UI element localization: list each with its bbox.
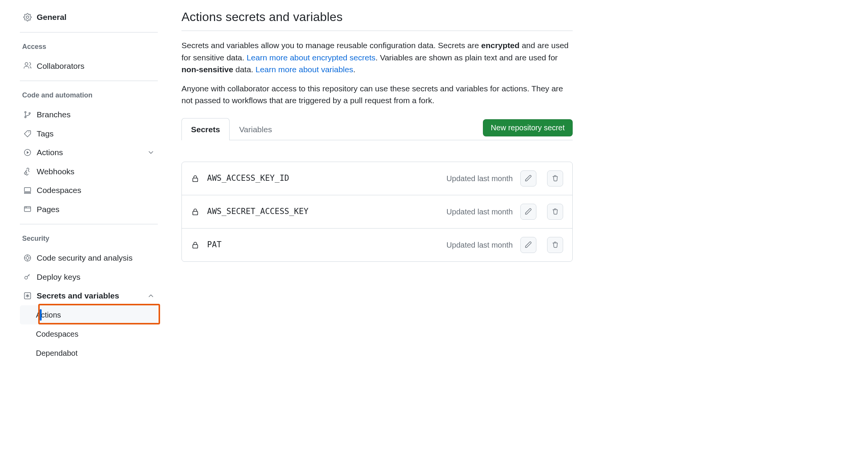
secret-updated: Updated last month: [447, 206, 513, 217]
code-scan-icon: [23, 253, 32, 263]
sidebar-item-label: Branches: [37, 109, 71, 121]
edit-secret-button[interactable]: [520, 204, 536, 220]
trash-icon: [551, 241, 559, 250]
sidebar-item-label: Actions: [36, 309, 61, 321]
divider: [20, 224, 158, 224]
browser-icon: [23, 204, 32, 214]
sidebar-item-secrets-and-variables[interactable]: Secrets and variables: [20, 286, 158, 305]
description-paragraph-1: Secrets and variables allow you to manag…: [181, 39, 573, 76]
sidebar-heading-code: Code and automation: [20, 88, 158, 103]
sidebar-item-label: Collaborators: [37, 60, 84, 72]
sidebar-item-actions[interactable]: Actions: [20, 143, 158, 162]
sidebar-item-label: Code security and analysis: [37, 252, 133, 264]
sidebar-item-branches[interactable]: Branches: [20, 105, 158, 124]
trash-icon: [551, 208, 559, 216]
new-repository-secret-button[interactable]: New repository secret: [483, 119, 573, 136]
lock-icon: [191, 241, 199, 249]
webhook-icon: [23, 167, 32, 176]
sidebar-item-label: Webhooks: [37, 165, 74, 178]
sidebar-item-label: Codespaces: [37, 184, 81, 196]
secret-updated: Updated last month: [447, 239, 513, 251]
secret-name: AWS_SECRET_ACCESS_KEY: [207, 206, 309, 218]
people-icon: [23, 61, 32, 70]
gear-icon: [23, 13, 32, 22]
pencil-icon: [525, 174, 532, 183]
sidebar-heading-access: Access: [20, 39, 158, 54]
sidebar-item-label: Dependabot: [36, 347, 78, 359]
sidebar-subitem-dependabot[interactable]: Dependabot: [20, 344, 158, 363]
sidebar-subitem-codespaces[interactable]: Codespaces: [20, 324, 158, 344]
settings-sidebar: General Access Collaborators Code and au…: [0, 0, 162, 370]
sidebar-item-deploy-keys[interactable]: Deploy keys: [20, 268, 158, 287]
git-branch-icon: [23, 110, 32, 119]
secret-row: PAT Updated last month: [182, 228, 572, 261]
sidebar-item-label: Tags: [37, 128, 53, 140]
link-learn-variables[interactable]: Learn more about variables: [256, 65, 353, 74]
tag-icon: [23, 129, 32, 138]
secret-row: AWS_ACCESS_KEY_ID Updated last month: [182, 162, 572, 195]
lock-icon: [191, 174, 199, 183]
sidebar-item-label: Codespaces: [36, 328, 78, 340]
chevron-down-icon: [147, 149, 155, 156]
sidebar-item-label: Actions: [37, 146, 63, 159]
delete-secret-button[interactable]: [547, 170, 563, 186]
page-title: Actions secrets and variables: [181, 8, 573, 31]
delete-secret-button[interactable]: [547, 204, 563, 220]
description-paragraph-2: Anyone with collaborator access to this …: [181, 83, 573, 107]
lock-icon: [191, 208, 199, 216]
sidebar-item-pages[interactable]: Pages: [20, 200, 158, 219]
secret-updated: Updated last month: [447, 173, 513, 184]
sidebar-item-collaborators[interactable]: Collaborators: [20, 57, 158, 76]
delete-secret-button[interactable]: [547, 237, 563, 253]
divider: [20, 81, 158, 81]
sidebar-subitem-actions[interactable]: Actions: [20, 305, 158, 324]
asterisk-icon: [23, 291, 32, 300]
edit-secret-button[interactable]: [520, 237, 536, 253]
key-icon: [23, 272, 32, 281]
sidebar-item-tags[interactable]: Tags: [20, 124, 158, 143]
codespaces-icon: [23, 186, 32, 195]
sidebar-item-webhooks[interactable]: Webhooks: [20, 162, 158, 181]
sidebar-heading-security: Security: [20, 231, 158, 246]
trash-icon: [551, 174, 559, 183]
main-content: Actions secrets and variables Secrets an…: [162, 0, 579, 370]
chevron-up-icon: [147, 292, 155, 300]
sidebar-item-label: Pages: [37, 203, 60, 216]
secrets-list: AWS_ACCESS_KEY_ID Updated last month AWS…: [181, 162, 573, 262]
secret-name: AWS_ACCESS_KEY_ID: [207, 172, 289, 185]
sidebar-item-label: General: [37, 11, 66, 23]
play-circle-icon: [23, 148, 32, 157]
edit-secret-button[interactable]: [520, 170, 536, 186]
tab-variables[interactable]: Variables: [230, 118, 282, 141]
sidebar-item-code-security[interactable]: Code security and analysis: [20, 248, 158, 268]
secret-name: PAT: [207, 239, 222, 251]
link-learn-secrets[interactable]: Learn more about encrypted secrets: [246, 53, 375, 62]
divider: [20, 32, 158, 32]
sidebar-item-general[interactable]: General: [20, 8, 158, 27]
tab-bar: Secrets Variables New repository secret: [181, 118, 573, 141]
tab-secrets[interactable]: Secrets: [181, 118, 230, 141]
sidebar-item-label: Secrets and variables: [37, 290, 119, 302]
pencil-icon: [525, 241, 532, 250]
pencil-icon: [525, 208, 532, 216]
sidebar-item-label: Deploy keys: [37, 271, 80, 283]
sidebar-item-codespaces[interactable]: Codespaces: [20, 181, 158, 200]
secret-row: AWS_SECRET_ACCESS_KEY Updated last month: [182, 195, 572, 228]
